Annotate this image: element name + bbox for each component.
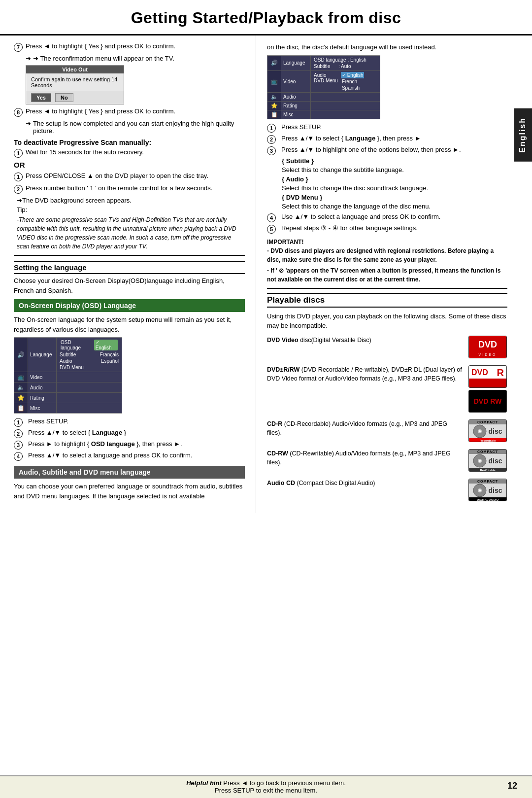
osd-right-french-choice: French <box>341 78 365 85</box>
disc-dvd-video-desc: disc(Digital Versatile Disc) <box>300 337 371 344</box>
osd-right-english-choice: ✓ English <box>341 72 365 78</box>
disc-dvdr-text: DVD±R/RW (DVD Recordable / Re-writable),… <box>267 365 463 384</box>
disc-dvd-video-logo: DVD VIDEO <box>468 336 507 358</box>
right-step3: 3 Press ▲/▼ to highlight one of the opti… <box>267 146 507 155</box>
deactivate-step1: 1 Wait for 15 seconds for the auto recov… <box>14 148 245 158</box>
cd-r-text: disc <box>488 427 502 435</box>
osd-right-lang-row: 🔊 Language OSD language : English Subtit… <box>267 56 380 71</box>
cd-rw-label: ReWritable <box>469 468 506 472</box>
disc-cdr-desc: (CD-Recordable) Audio/Video formats (e.g… <box>267 420 447 437</box>
bottom-bar: Helpful hint Press ◄ to go back to previ… <box>0 775 532 798</box>
menu-content-audio <box>57 382 122 392</box>
step-7-number: 7 <box>14 43 23 52</box>
dvd-r-top: DVD R <box>469 366 506 379</box>
disc-dvdr-row: DVD±R/RW (DVD Recordable / Re-writable),… <box>267 365 507 413</box>
disc-cdr-label: CD-R <box>267 420 282 427</box>
right-step4-text: Use ▲/▼ to select a language and press O… <box>281 213 440 220</box>
menu-label-misc: Misc <box>28 403 57 413</box>
section-divider-right <box>267 288 507 289</box>
continue-text: on the disc, the disc's default language… <box>267 42 507 52</box>
osd-osdlang-val: ✓ English <box>94 340 118 350</box>
right-step2: 2 Press ▲/▼ to select { Language }, then… <box>267 135 507 144</box>
or-step1-num: 1 <box>14 173 23 181</box>
disc-dvd-video-row: DVD Video disc(Digital Versatile Disc) D… <box>267 336 507 358</box>
osd-right-misc-value <box>311 110 380 119</box>
subtitle-label-text: { Subtitle } <box>282 157 314 165</box>
dialog-title: Video Out <box>26 66 124 73</box>
dialog-yes-button[interactable]: Yes <box>31 93 51 102</box>
osd-audio-label: Audio <box>60 358 72 364</box>
osd-right-lang-value: OSD language : English Subtitle : Auto <box>311 56 380 70</box>
important-title: IMPORTANT! <box>267 238 507 246</box>
cd-compact-header-r: COMPACT <box>469 420 506 424</box>
menu-content-misc <box>57 403 122 413</box>
osd-menu-right: 🔊 Language OSD language : English Subtit… <box>267 55 380 119</box>
helpful-hint-line1: Helpful hint Press ◄ to go back to previ… <box>0 779 532 787</box>
audio-subtitle-heading: Audio, Subtitle and DVD menu language <box>14 466 245 479</box>
osd-step2: 2 Press ▲/▼ to select { Language } <box>14 429 245 438</box>
dialog-no-button[interactable]: No <box>55 93 73 102</box>
cd-rw-badge: COMPACT disc ReWritable <box>468 449 507 472</box>
disc-cdrw-row: CD-RW (CD-Rewritable) Audio/Video format… <box>267 449 507 472</box>
setting-language-desc: Choose your desired On-Screen Display(OS… <box>14 276 245 295</box>
english-tab: English <box>514 108 532 162</box>
right-column: on the disc, the disc's default language… <box>256 35 532 513</box>
disc-cdrw-label: CD-RW <box>267 450 288 457</box>
osd-right-spanish-choice: Spanish <box>341 85 365 91</box>
right-step5: 5 Repeat steps ③ - ④ for other language … <box>267 224 507 234</box>
tip-label: Tip: <box>17 206 27 213</box>
dvd-r-r-text: R <box>497 367 504 379</box>
osd-menu-left: 🔊 Language OSD language ✓ English Subtit… <box>14 337 122 414</box>
dvd-video-badge: DVD VIDEO <box>468 336 507 358</box>
disc-audiocd-logo: COMPACT disc DIGITAL AUDIO <box>468 479 507 501</box>
disc-cdrw-text: CD-RW (CD-Rewritable) Audio/Video format… <box>267 449 463 468</box>
svg-point-8 <box>479 489 481 491</box>
or-step2-text: Press number button ' 1 ' on the remote … <box>26 184 212 192</box>
osd-right-audio-col-label: Audio <box>281 93 311 101</box>
or-step2: 2 Press number button ' 1 ' on the remot… <box>14 184 245 194</box>
osd-step3-num: 3 <box>14 441 23 450</box>
left-column: 7 Press ◄ to highlight { Yes } and press… <box>0 35 256 513</box>
osd-right-audio-col-value <box>311 93 380 101</box>
menu-icon-audio: 🔈 <box>14 382 28 392</box>
osd-language-heading: On-Screen Display (OSD) Language <box>14 299 245 312</box>
menu-content-rating <box>57 393 122 403</box>
right-step2-num: 2 <box>267 135 276 144</box>
osd-audio-row: Audio Español <box>59 358 120 364</box>
right-step3-num: 3 <box>267 146 276 155</box>
or-step1: 1 Press OPEN/CLOSE ▲ on the DVD player t… <box>14 172 245 181</box>
osd-audio-val: Español <box>101 358 119 364</box>
osd-right-rating-label: Rating <box>281 102 311 110</box>
osd-right-misc-label: Misc <box>281 110 311 119</box>
step-7-sub: ➜ The reconfirmation menu will appear on… <box>33 55 174 62</box>
menu-label-rating: Rating <box>28 393 57 403</box>
menu-row-rating: ⭐ Rating <box>14 393 122 403</box>
step-8-arrow: ➜ <box>26 120 31 127</box>
cd-audio-label: DIGITAL AUDIO <box>469 497 506 501</box>
menu-row-language: 🔊 Language OSD language ✓ English Subtit… <box>14 338 122 372</box>
or-step2-num: 2 <box>14 185 23 194</box>
osd-step4: 4 Press ▲/▼ to select a language and pre… <box>14 451 245 461</box>
or-arrow-text: ➜The DVD background screen appears. <box>17 197 132 204</box>
disc-cdrw-logo: COMPACT disc ReWritable <box>468 449 507 472</box>
osd-dvdmenu-row: DVD Menu <box>59 364 120 371</box>
osd-right-video-row: 📺 Video Audio DVD Menu ✓ English French … <box>267 71 380 93</box>
cd-compact-body-rw: disc <box>469 454 506 468</box>
cd-compact-body-audio: disc <box>469 484 506 497</box>
disc-dvdr-logos: DVD R DVD RW <box>468 365 507 413</box>
cd-rw-text: disc <box>488 457 502 465</box>
osd-right-rating-row: ⭐ Rating <box>267 102 380 110</box>
deactivate-heading: To deactivate Progressive Scan manually: <box>14 139 245 146</box>
subtitle-label: { Subtitle } <box>282 157 507 165</box>
cd-disc-icon-audio <box>473 484 487 497</box>
subtitle-desc: Select this to change the subtitle langu… <box>282 166 507 173</box>
osd-right-video-label: Video <box>281 71 311 92</box>
right-step5-num: 5 <box>267 225 276 234</box>
osd-right-lang-icon: 🔊 <box>267 56 281 70</box>
disc-cdr-row: CD-R (CD-Recordable) Audio/Video formats… <box>267 419 507 442</box>
important-line2: - If ' ⊘ 'appears on the TV screen when … <box>267 266 507 284</box>
dvd-video-top: DVD <box>469 336 506 353</box>
video-out-dialog: Video Out Confirm again to use new setti… <box>26 65 124 104</box>
osd-subtitle-row: Subtitle Français <box>59 351 120 358</box>
osd-desc: The On-screen language for the system se… <box>14 315 245 334</box>
